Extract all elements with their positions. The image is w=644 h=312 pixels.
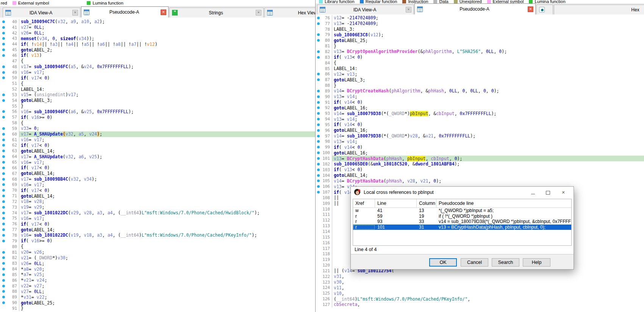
code-line[interactable]: 42 v26 = 0LL; (0, 30, 315, 36)
code-line[interactable]: 90 goto LABEL_25; (0, 300, 315, 306)
code-line[interactable]: 82 v13 = BCryptOpenAlgorithmProvider(&ph… (316, 49, 644, 55)
breakpoint-dot[interactable] (316, 100, 321, 105)
code-line[interactable]: 77 goto LABEL_14; (0, 227, 315, 232)
breakpoint-dot[interactable] (0, 199, 7, 204)
code-line[interactable]: 105 v14 = BCryptHashData(phHash, v28, v2… (316, 178, 644, 184)
breakpoint-dot[interactable] (316, 144, 321, 150)
code-line[interactable]: 97 v14 = sub_180079D38(*(_QWORD *)v28, &… (316, 133, 644, 139)
breakpoint-dot[interactable] (0, 193, 7, 199)
breakpoint-dot[interactable] (0, 294, 7, 300)
close-icon[interactable]: ✕ (406, 7, 411, 12)
code-line[interactable]: 65 v16 = v17; (0, 159, 315, 165)
breakpoint-dot[interactable] (0, 289, 7, 295)
breakpoint-dot[interactable] (0, 154, 7, 159)
breakpoint-dot[interactable] (0, 114, 7, 120)
code-line[interactable]: 100 goto LABEL_16; (316, 150, 644, 156)
code-line[interactable]: 70 if ( v17 < 0 ) (0, 187, 315, 193)
pseudocode-pane-left[interactable]: 40 sub_180094C7C(v32, a9, a10, a2);41 v2… (0, 17, 315, 312)
breakpoint-dot[interactable] (0, 19, 7, 25)
code-line[interactable]: 122 v31, (316, 274, 644, 279)
breakpoint-dot[interactable] (0, 232, 7, 238)
code-line[interactable]: 48 v17 = sub_1800946FC(a5, &v24, 0x7FFFF… (0, 64, 315, 70)
breakpoint-dot[interactable] (0, 70, 7, 75)
xref-row[interactable]: r5919if ( !*(_QWORD *)pbInput ) (353, 214, 571, 219)
xref-table[interactable]: XrefLineColumnPseudocode line w4113*(_QW… (353, 199, 572, 246)
breakpoint-dot[interactable] (316, 156, 321, 161)
ok-button[interactable]: OK (429, 258, 457, 267)
code-line[interactable]: 124 v11, (316, 285, 644, 291)
code-line[interactable]: 125 v10, (316, 290, 644, 296)
code-line[interactable]: 66 if ( v17 < 0 ) (0, 165, 315, 171)
breakpoint-dot[interactable] (316, 77, 321, 83)
code-line[interactable]: 61 v16 = v17; (0, 137, 315, 143)
code-line[interactable]: 76 if ( v17 < 0 ) (0, 221, 315, 227)
code-line[interactable]: 123 v30, (316, 279, 644, 285)
close-icon[interactable]: ✕ (161, 9, 166, 15)
code-line[interactable]: 40 sub_180094C7C(v32, a9, a10, a2); (0, 19, 315, 25)
breakpoint-dot[interactable] (0, 300, 7, 306)
breakpoint-dot[interactable] (316, 105, 321, 111)
close-icon[interactable]: ✕ (528, 6, 533, 12)
code-line[interactable]: 92 goto LABEL_16; (316, 105, 644, 111)
code-line[interactable]: 47 { (0, 58, 315, 64)
breakpoint-dot[interactable] (316, 184, 321, 189)
breakpoint-dot[interactable] (0, 204, 7, 210)
code-line[interactable]: 60 v17 = A_SHAUpdate(v32, a5, v24); (0, 131, 315, 137)
code-line[interactable]: 75 v16 = v17; (0, 216, 315, 222)
code-line[interactable]: 94 v13 = v14; (316, 116, 644, 122)
tab-strings[interactable]: "Strings✕ (169, 8, 264, 17)
code-line[interactable]: 71 goto LABEL_14; (0, 193, 315, 199)
code-line[interactable]: 93 v14 = sub_180079D38(*(_QWORD *)pbInpu… (316, 111, 644, 116)
breakpoint-dot[interactable] (0, 272, 7, 278)
breakpoint-dot[interactable] (316, 32, 321, 38)
code-line[interactable]: 50 if ( v17 < 0 ) (0, 75, 315, 81)
search-button[interactable]: Search (492, 258, 519, 267)
code-line[interactable]: 87 v22 = v27; (0, 283, 315, 289)
xref-row[interactable]: r10131v13 = BCryptHashData(phHash, pbInp… (353, 225, 571, 230)
breakpoint-dot[interactable] (316, 161, 321, 167)
breakpoint-dot[interactable] (0, 165, 7, 171)
code-line[interactable]: 87 goto LABEL_3; (316, 77, 644, 83)
tab-pseudocode-a[interactable]: Pseudocode-A✕ (81, 6, 169, 17)
code-line[interactable]: 54 goto LABEL_3; (0, 98, 315, 103)
code-line[interactable]: 84 { (316, 60, 644, 66)
code-line[interactable]: 86 v12 = v13; (316, 71, 644, 77)
code-line[interactable]: 80 goto LABEL_25; (316, 37, 644, 43)
tab-pseudocode-a[interactable]: Pseudocode-A✕ (414, 3, 536, 14)
code-line[interactable]: 80 { (0, 244, 315, 250)
breakpoint-dot[interactable] (316, 71, 321, 77)
close-icon[interactable]: ✕ (561, 190, 566, 195)
help-button[interactable]: Help (523, 258, 550, 267)
code-line[interactable]: 41 v27 = 0LL; (0, 25, 315, 30)
tab-hex[interactable]: Hex (554, 5, 644, 14)
code-line[interactable]: 84 *a8 = v20; (0, 266, 315, 272)
breakpoint-dot[interactable] (0, 75, 7, 81)
breakpoint-dot[interactable] (0, 131, 7, 137)
code-line[interactable]: 89 v14 = BCryptCreateHash(phAlgorithm, &… (316, 88, 644, 94)
breakpoint-dot[interactable] (316, 167, 321, 173)
breakpoint-dot[interactable] (0, 227, 7, 232)
code-line[interactable]: 49 v16 = v17; (0, 70, 315, 75)
code-line[interactable]: 88 v27 = 0LL; (0, 289, 315, 295)
minimize-button[interactable] (530, 190, 536, 195)
code-line[interactable]: 68 v17 = sub_18009BB4C(v32, v34); (0, 176, 315, 182)
code-line[interactable]: 82 v21 = (_DWORD *)v30; (0, 255, 315, 261)
breakpoint-dot[interactable] (0, 64, 7, 70)
breakpoint-dot[interactable] (0, 41, 7, 47)
code-line[interactable]: 51 { (0, 81, 315, 86)
breakpoint-dot[interactable] (0, 126, 7, 131)
code-line[interactable]: 53 v15 = (unsigned int)v17; (0, 92, 315, 98)
code-line[interactable]: 91 } (0, 306, 315, 311)
breakpoint-dot[interactable] (316, 128, 321, 133)
breakpoint-dot[interactable] (0, 92, 7, 98)
breakpoint-dot[interactable] (0, 159, 7, 165)
breakpoint-dot[interactable] (0, 47, 7, 53)
breakpoint-dot[interactable] (0, 210, 7, 216)
breakpoint-dot[interactable] (0, 98, 7, 103)
breakpoint-dot[interactable] (316, 122, 321, 128)
close-icon[interactable]: ✕ (256, 10, 261, 16)
close-icon[interactable]: ✕ (72, 10, 78, 16)
breakpoint-dot[interactable] (316, 88, 321, 94)
breakpoint-dot[interactable] (0, 176, 7, 182)
code-line[interactable]: 85LABEL_14: (316, 66, 644, 72)
